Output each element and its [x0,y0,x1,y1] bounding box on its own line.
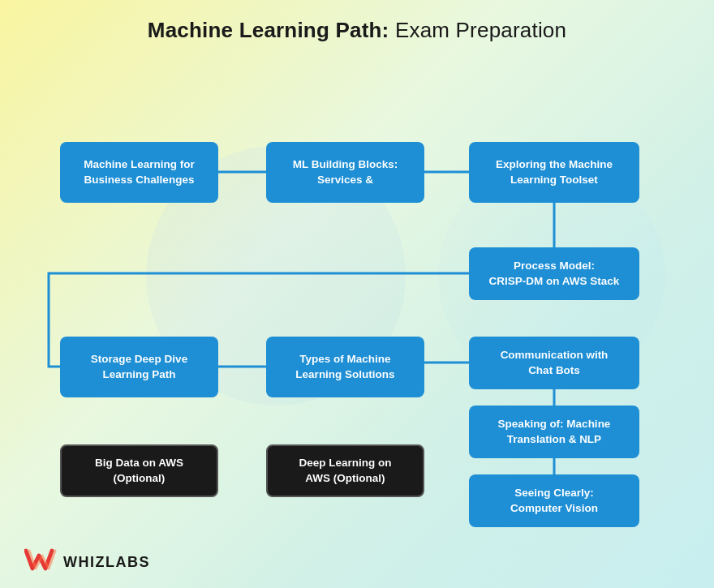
box-pmcrisp: Process Model:CRISP-DM on AWS Stack [469,247,639,300]
box-bigdata: Big Data on AWS(Optional) [60,444,218,497]
box-emlt: Exploring the MachineLearning Toolset [469,142,639,203]
whizlabs-logo-icon [24,547,57,577]
box-smnlp: Speaking of: MachineTranslation & NLP [469,406,639,458]
box-mlbb: ML Building Blocks:Services & [266,142,424,203]
page-title: Machine Learning Path: Exam Preparation [0,0,714,43]
box-mlbc: Machine Learning forBusiness Challenges [60,142,218,203]
box-sccv: Seeing Clearly:Computer Vision [469,474,639,527]
whizlabs-logo-text: WHIZLABS [63,554,150,571]
box-sddlp: Storage Deep DiveLearning Path [60,337,218,397]
logo-area: WHIZLABS [24,547,150,577]
flowchart: Machine Learning forBusiness ChallengesM… [24,65,690,539]
box-tmls: Types of MachineLearning Solutions [266,337,424,397]
box-deeplearn: Deep Learning onAWS (Optional) [266,444,424,497]
box-cwcb: Communication withChat Bots [469,337,639,389]
main-content: Machine Learning Path: Exam Preparation [0,0,714,588]
